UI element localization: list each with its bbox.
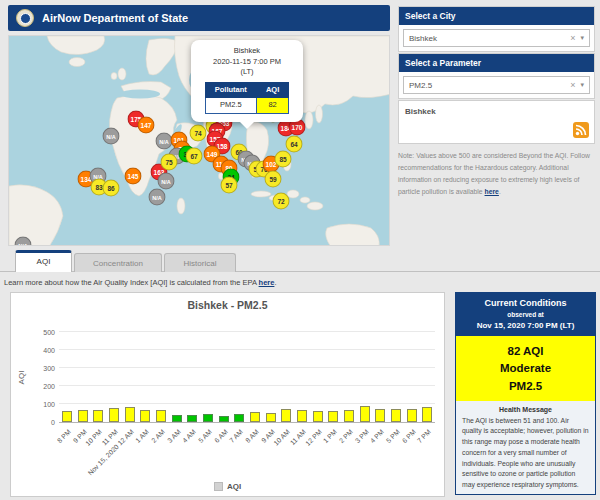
- parameter-select-value: PM2.5: [404, 81, 567, 90]
- aqi-bar[interactable]: [187, 415, 197, 422]
- tab-aqi[interactable]: AQI: [15, 250, 72, 272]
- popup-pollutant-value: PM2.5: [205, 98, 256, 114]
- aqi-map-marker[interactable]: 72: [273, 193, 290, 210]
- chevron-down-icon[interactable]: ▾: [578, 81, 589, 89]
- learn-more-prefix: Learn more about how the Air Quality Ind…: [4, 278, 259, 287]
- aqi-bar[interactable]: [328, 411, 338, 422]
- y-axis-tick-label: 400: [25, 347, 55, 354]
- rss-icon[interactable]: [573, 122, 589, 138]
- aqi-bar[interactable]: [219, 416, 229, 422]
- aqi-map-marker[interactable]: N/A: [158, 173, 175, 190]
- aqi-bar[interactable]: [203, 414, 213, 422]
- learn-more-suffix: .: [274, 278, 276, 287]
- aqi-bar[interactable]: [313, 411, 323, 422]
- header-bar: AirNow Department of State: [8, 5, 390, 31]
- popup-aqi-value: 82: [256, 98, 288, 114]
- aqi-map-marker[interactable]: 147: [138, 117, 155, 134]
- city-select-value: Bishkek: [404, 34, 567, 43]
- chart-plot-area: 01002003004005008 PM9 PM10 PM11 PMNov 15…: [59, 333, 435, 423]
- aqi-map-marker[interactable]: 85: [275, 151, 292, 168]
- conditions-datetime: Nov 15, 2020 7:00 PM (LT): [458, 321, 593, 330]
- note-here-link[interactable]: here: [485, 188, 499, 195]
- y-axis-tick-label: 200: [25, 383, 55, 390]
- aqi-bar[interactable]: [375, 409, 385, 422]
- aqi-map-marker[interactable]: 59: [265, 171, 282, 188]
- aqi-bar[interactable]: [250, 412, 260, 422]
- select-parameter-title: Select a Parameter: [399, 54, 594, 72]
- chart-legend[interactable]: AQI: [11, 482, 444, 491]
- conditions-pollutant: PM2.5: [456, 378, 595, 395]
- aqi-bar[interactable]: [234, 414, 244, 422]
- popup-city: Bishkek: [196, 46, 298, 57]
- chevron-down-icon[interactable]: ▾: [578, 34, 589, 42]
- conditions-title: Current Conditions: [458, 298, 593, 308]
- beyond-aqi-note: Note: Values above 500 are considered Be…: [398, 150, 595, 198]
- gridline: [59, 349, 435, 350]
- map-popup: Bishkek 2020-11-15 7:00 PM (LT) Pollutan…: [191, 40, 303, 122]
- aqi-bar[interactable]: [360, 406, 370, 422]
- popup-pointer: [240, 122, 254, 129]
- aqi-bar[interactable]: [407, 409, 417, 422]
- popup-timezone: (LT): [196, 67, 298, 78]
- tab-concentration[interactable]: Concentration: [74, 253, 162, 272]
- aqi-bar[interactable]: [344, 410, 354, 422]
- aqi-bar[interactable]: [422, 407, 432, 422]
- aqi-map-marker[interactable]: 67: [186, 148, 203, 165]
- aqi-map-marker[interactable]: N/A: [103, 128, 120, 145]
- select-city-panel: Select a City Bishkek × ▾: [398, 6, 595, 52]
- popup-table: Pollutant AQI PM2.5 82: [205, 82, 289, 114]
- popup-header-aqi: AQI: [256, 82, 288, 98]
- conditions-aqi-block: 82 AQI Moderate PM2.5: [456, 336, 595, 401]
- feed-city-label: Bishkek: [399, 101, 594, 122]
- popup-datetime: 2020-11-15 7:00 PM: [196, 57, 298, 68]
- health-message-title: Health Message: [456, 406, 595, 413]
- aqi-map-marker[interactable]: 145: [125, 168, 142, 185]
- aqi-bar[interactable]: [266, 413, 276, 422]
- city-select[interactable]: Bishkek × ▾: [403, 29, 590, 47]
- aqi-map-marker[interactable]: 74: [190, 125, 207, 142]
- aqi-map-marker[interactable]: N/A: [149, 189, 166, 206]
- conditions-observed-at: observed at: [458, 311, 593, 318]
- aqi-map-marker[interactable]: 64: [286, 136, 303, 153]
- aqi-bar[interactable]: [140, 410, 150, 422]
- clear-icon[interactable]: ×: [567, 80, 578, 90]
- aqi-bar[interactable]: [125, 407, 135, 422]
- aqi-map-marker[interactable]: 57: [221, 177, 238, 194]
- select-parameter-panel: Select a Parameter PM2.5 × ▾: [398, 53, 595, 99]
- legend-label: AQI: [227, 482, 241, 491]
- aqi-map-marker[interactable]: 75: [161, 154, 178, 171]
- app-title: AirNow Department of State: [42, 12, 188, 24]
- clear-icon[interactable]: ×: [567, 33, 578, 43]
- state-department-seal-icon: [16, 9, 34, 27]
- popup-header-pollutant: Pollutant: [205, 82, 256, 98]
- y-axis-tick-label: 0: [25, 419, 55, 426]
- aqi-map-marker[interactable]: 86: [103, 180, 120, 197]
- aqi-bar[interactable]: [297, 410, 307, 422]
- y-axis-tick-label: 100: [25, 401, 55, 408]
- aqi-bar[interactable]: [93, 410, 103, 422]
- parameter-select[interactable]: PM2.5 × ▾: [403, 76, 590, 94]
- world-aqi-map[interactable]: N/A175147134N/A8386145163N/AN/AN/A101747…: [8, 35, 390, 246]
- epa-here-link[interactable]: here: [259, 278, 275, 287]
- tab-bar: AQI Concentration Historical: [0, 250, 600, 272]
- conditions-aqi-value: 82 AQI: [456, 343, 595, 360]
- select-city-title: Select a City: [399, 7, 594, 25]
- aqi-bar[interactable]: [109, 408, 119, 422]
- current-conditions-panel: Current Conditions observed at Nov 15, 2…: [455, 292, 596, 495]
- aqi-map-marker[interactable]: N/A: [15, 237, 32, 247]
- aqi-bar[interactable]: [62, 411, 72, 422]
- gridline: [59, 385, 435, 386]
- gridline: [59, 367, 435, 368]
- aqi-bar[interactable]: [78, 410, 88, 422]
- conditions-category: Moderate: [456, 360, 595, 377]
- aqi-bar[interactable]: [172, 415, 182, 422]
- aqi-bar[interactable]: [156, 410, 166, 422]
- chart-title: Bishkek - PM2.5: [11, 299, 444, 311]
- aqi-bar[interactable]: [391, 409, 401, 422]
- tab-historical[interactable]: Historical: [164, 253, 236, 272]
- health-message-text: The AQI is between 51 and 100. Air quali…: [456, 416, 595, 495]
- aqi-bar[interactable]: [281, 409, 291, 423]
- y-axis-tick-label: 300: [25, 365, 55, 372]
- note-suffix: .: [499, 188, 501, 195]
- gridline: [59, 403, 435, 404]
